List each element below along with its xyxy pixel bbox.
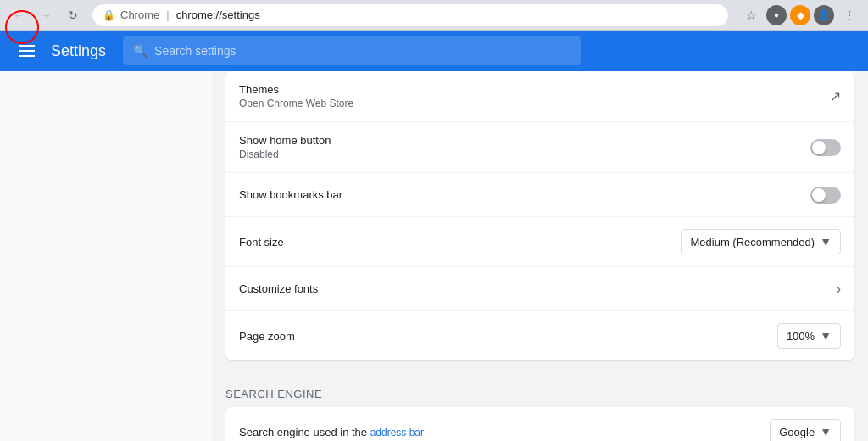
home-button-text: Show home button Disabled bbox=[239, 134, 810, 160]
page-zoom-dropdown[interactable]: 100% ▼ bbox=[777, 323, 841, 349]
page-zoom-value: 100% bbox=[787, 330, 815, 343]
appearance-card: Themes Open Chrome Web Store ↗︎ Show hom… bbox=[225, 71, 854, 360]
sidebar-toggle-button[interactable] bbox=[14, 37, 41, 64]
address-chrome-text: Chrome bbox=[120, 8, 159, 21]
bookmarks-bar-text: Show bookmarks bar bbox=[239, 188, 810, 201]
search-input[interactable] bbox=[154, 44, 570, 58]
toolbar-right: ☆ ● ◆ 👤 ⋮ bbox=[739, 3, 861, 27]
page-title: Settings bbox=[51, 42, 106, 60]
page-zoom-dropdown-arrow: ▼ bbox=[820, 329, 832, 343]
address-bar-link[interactable]: address bar bbox=[370, 427, 424, 438]
address-bar[interactable]: 🔒 Chrome | chrome://settings bbox=[92, 3, 729, 27]
search-engine-used-label: Search engine used in the bbox=[239, 426, 370, 438]
search-engine-used-row: Search engine used in the address bar Go… bbox=[225, 407, 854, 441]
sidebar bbox=[0, 71, 212, 441]
address-url-text: chrome://settings bbox=[176, 8, 260, 21]
font-size-value: Medium (Recommended) bbox=[690, 236, 815, 248]
search-icon: 🔍 bbox=[133, 44, 147, 58]
home-button-sublabel: Disabled bbox=[239, 148, 810, 160]
bookmarks-bar-label: Show bookmarks bar bbox=[239, 188, 810, 201]
themes-label: Themes bbox=[239, 83, 830, 96]
themes-text: Themes Open Chrome Web Store bbox=[239, 83, 830, 109]
settings-header: Settings 🔍 bbox=[0, 31, 868, 71]
bookmark-button[interactable]: ☆ bbox=[739, 3, 763, 27]
main-content: Themes Open Chrome Web Store ↗︎ Show hom… bbox=[0, 71, 868, 441]
home-button-row: Show home button Disabled bbox=[225, 122, 854, 173]
nav-buttons: ← → ↻ bbox=[7, 3, 85, 27]
search-engine-value: Google bbox=[779, 426, 815, 438]
page-zoom-row: Page zoom 100% ▼ bbox=[225, 311, 854, 360]
content-area: Themes Open Chrome Web Store ↗︎ Show hom… bbox=[212, 71, 868, 441]
bookmarks-bar-row: Show bookmarks bar bbox=[225, 173, 854, 217]
home-button-toggle[interactable] bbox=[810, 139, 841, 156]
customize-fonts-label: Customize fonts bbox=[239, 282, 837, 295]
browser-chrome-bar: ← → ↻ 🔒 Chrome | chrome://settings ☆ ● ◆… bbox=[0, 0, 868, 31]
home-button-label: Show home button bbox=[239, 134, 810, 147]
forward-button[interactable]: → bbox=[34, 3, 58, 27]
themes-sublabel: Open Chrome Web Store bbox=[239, 98, 830, 109]
search-engine-card: Search engine used in the address bar Go… bbox=[225, 407, 854, 441]
page-zoom-text: Page zoom bbox=[239, 330, 777, 343]
font-size-dropdown-arrow: ▼ bbox=[820, 235, 832, 248]
extension-icon-1[interactable]: ● bbox=[766, 5, 787, 25]
search-bar[interactable]: 🔍 bbox=[123, 36, 581, 65]
secure-icon: 🔒 bbox=[103, 9, 115, 21]
search-engine-used-text: Search engine used in the address bar bbox=[239, 426, 770, 438]
reload-button[interactable]: ↻ bbox=[61, 3, 85, 27]
search-engine-dropdown-arrow: ▼ bbox=[820, 425, 832, 438]
font-size-dropdown[interactable]: Medium (Recommended) ▼ bbox=[681, 229, 841, 254]
search-engine-section-title: Search engine bbox=[225, 374, 854, 407]
avatar[interactable]: 👤 bbox=[814, 5, 834, 25]
customize-fonts-arrow: › bbox=[837, 282, 841, 297]
extension-icon-2[interactable]: ◆ bbox=[790, 5, 810, 25]
customize-fonts-row[interactable]: Customize fonts › bbox=[225, 267, 854, 311]
menu-button[interactable]: ⋮ bbox=[837, 3, 861, 27]
themes-external-link-icon[interactable]: ↗︎ bbox=[830, 88, 841, 104]
font-size-label: Font size bbox=[239, 236, 681, 248]
bookmarks-bar-toggle[interactable] bbox=[810, 187, 841, 204]
page-zoom-label: Page zoom bbox=[239, 330, 777, 343]
themes-row: Themes Open Chrome Web Store ↗︎ bbox=[225, 71, 854, 122]
search-engine-dropdown[interactable]: Google ▼ bbox=[770, 419, 841, 441]
back-button[interactable]: ← bbox=[7, 3, 31, 27]
font-size-text: Font size bbox=[239, 236, 681, 248]
address-separator: | bbox=[166, 8, 169, 21]
customize-fonts-text: Customize fonts bbox=[239, 282, 837, 295]
hamburger-icon bbox=[19, 45, 35, 57]
font-size-row: Font size Medium (Recommended) ▼ bbox=[225, 217, 854, 267]
